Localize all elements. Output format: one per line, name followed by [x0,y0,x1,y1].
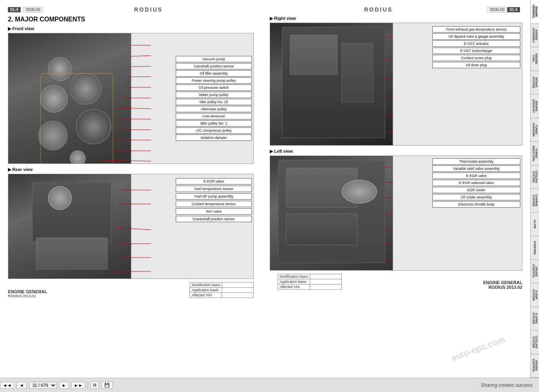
front-view-label-item: Idler pulley No. 22 [176,99,252,105]
next-page-button[interactable]: ► [59,382,69,389]
section-title: 2. MAJOR COMPONENTS [8,16,254,23]
tab-intake-system[interactable]: INTAKESYSTEM [531,71,539,95]
tab-engine-control[interactable]: ENGINECONTROL [531,354,539,378]
tab-turbo-charger[interactable]: TURBOCHARGER [531,118,539,142]
right-page-header: RODIUS 0000-00 01-5 [270,6,522,13]
left-view-label: Left view [270,149,522,154]
tab-engine-exhaust[interactable]: ENGINEEXHAUST [531,94,539,118]
tab-engine-general[interactable]: ENGINEGENERAL [531,0,539,24]
left-view-label-item: E-EGR valve [432,173,520,179]
rear-view-diagram: E-EGR valveFuel temperature sensorFuel H… [8,174,254,279]
rear-view-label-item: E-EGR valve [176,178,252,184]
tab-charge-system[interactable]: CHARGESYSTEM [531,189,539,213]
right-view-label-item: Front exhaust gas temperature sensor [432,26,520,33]
front-view-container: Vacuum pumpCamshaft position sensorOil f… [8,33,254,164]
rear-view-label-item: Crankshaft position sensor [176,216,252,222]
left-view-label-item: Electronic throttle body [432,201,520,208]
tab-cruise-control[interactable]: CRUISECONTROL [531,260,539,284]
footer-row-1: Modification basis [190,282,222,288]
tab-e-opre-system[interactable]: E-OPRESYSTEM [531,307,539,331]
watermark: auto-epc.com [450,334,506,363]
copy-button[interactable]: ⧉ [90,381,99,389]
right-page-num: 01-5 [507,7,520,12]
first-page-button[interactable]: ◄◄ [0,382,14,389]
right-view-label-item: Coolant screw plug [432,55,520,61]
front-view-label-item: Auto tensioner [176,113,252,119]
sharing-text: Sharing creates success [481,382,533,388]
left-view-diagram: Thermostat assemblyVariable swirl valve … [270,156,522,271]
last-page-button[interactable]: ►► [71,382,86,389]
front-view-label-item: Power steering pump pulley [176,77,252,84]
left-brand: RODIUS [43,6,254,13]
tab-glow[interactable]: GLOW [531,213,539,236]
left-page-code: 0000-00 [23,7,43,13]
right-footer-sub: RODIUS 2013.02 [483,285,522,290]
toolbar-divider [88,381,88,389]
front-view-label-item: Camshaft position sensor [176,63,252,69]
right-view-label-item: E-VGT turbocharger [432,48,520,54]
front-view-label-item: Oil filter assembly [176,70,252,77]
svg-line-1 [131,56,151,56]
save-button[interactable]: 💾 [102,381,113,389]
left-page-num: 01-4 [8,7,21,12]
front-view-label-item: Water pump pulley [176,92,252,98]
right-view-container: Front exhaust gas temperature sensorOil … [270,23,522,146]
right-view-label: Right view [270,16,522,21]
page-select[interactable]: 31 / 679 [29,382,57,389]
footer-row-3: Affected VIN [190,293,222,298]
rear-view-label-item: Fuel temperature sensor [176,186,252,192]
left-footer-sub: RODIUS 2013.02 [8,294,47,298]
main-area: 01-4 0000-00 RODIUS 2. MAJOR COMPONENTS … [0,0,539,378]
right-view-label-item: E-VGT actuator [432,40,520,47]
rear-view-label: Rear view [8,167,254,172]
right-footer-table: Modification basis Application basis Aff… [278,274,342,290]
tab-cooling-system[interactable]: COOLINGSYSTEM [531,165,539,189]
left-footer-section: ENGINE GENERAL [8,289,47,294]
right-page-footer: Modification basis Application basis Aff… [270,274,522,290]
left-view-label-item: Thermostat assembly [432,158,520,165]
left-view-label-item: E-EGR solenoid valve [432,180,520,186]
right-page-code: 0000-00 [487,7,507,13]
rear-view-label-item: Fuel HP pump assembly [176,193,252,200]
right-footer-section: ENGINE GENERAL [483,280,522,285]
front-view-diagram: Vacuum pumpCamshaft position sensorOil f… [8,33,254,164]
svg-line-2 [131,66,151,67]
rear-view-label-item: Coolant temperature sensor [176,201,252,207]
tab-starting[interactable]: STARTING [531,236,539,260]
left-page-footer: ENGINE GENERAL RODIUS 2013.02 Modificati… [8,282,254,298]
right-view-label-item: Oil drain plug [432,62,520,68]
right-view-diagram: Front exhaust gas temperature sensorOil … [270,23,522,146]
left-view-label-item: EGR cooler [432,187,520,193]
front-view-label-item: Idler pulley No. 1 [176,120,252,127]
left-page: 01-4 0000-00 RODIUS 2. MAJOR COMPONENTS … [0,0,262,378]
footer-row-2: Application basis [190,288,222,293]
rear-view-label-item: IMV valve [176,208,252,215]
left-page-header: 01-4 0000-00 RODIUS [8,6,254,13]
toolbar: ◄◄ ◄ 31 / 679 ► ►► ⧉ 💾 Sharing creates s… [0,378,539,392]
front-view-label-item: Isolation damper [176,135,252,141]
front-view-label-item: Vacuum pump [176,56,252,62]
tab-turbo-induction[interactable]: TURBOINDUCTION [531,142,539,165]
tab-engine-assembly[interactable]: ENGINEASSEMBLY [531,24,539,48]
tab-e-egr-system[interactable]: E-EGRSYSTEM [531,283,539,307]
left-view-container: Thermostat assemblyVariable swirl valve … [270,156,522,271]
tab-cooling-system2[interactable]: COOLINGSYSTEM [531,331,539,354]
right-page: RODIUS 0000-00 01-5 Right view Front exh… [262,0,530,378]
rear-view-container: E-EGR valveFuel temperature sensorFuel H… [8,174,254,279]
right-view-label-item: Oil dipstick tube & gauge assembly [432,33,520,40]
tab-engine-fuel[interactable]: ENGINEFUEL [531,47,539,71]
right-brand: RODIUS [270,6,487,13]
front-view-label-item: A/C compressor pulley [176,127,252,134]
prev-page-button[interactable]: ◄ [17,382,27,389]
left-footer-table: Modification basis Application basis Aff… [190,282,254,298]
right-sidebar: ENGINEGENERAL ENGINEASSEMBLY ENGINEFUEL … [530,0,539,378]
front-view-label-item: Alternator pulley [176,106,252,112]
left-view-label-item: Oil cooler assembly [432,194,520,200]
front-view-label: Front view [8,26,254,31]
left-view-label-item: Variable swirl valve assembly [432,165,520,172]
front-view-label-item: Oil pressure switch [176,85,252,91]
